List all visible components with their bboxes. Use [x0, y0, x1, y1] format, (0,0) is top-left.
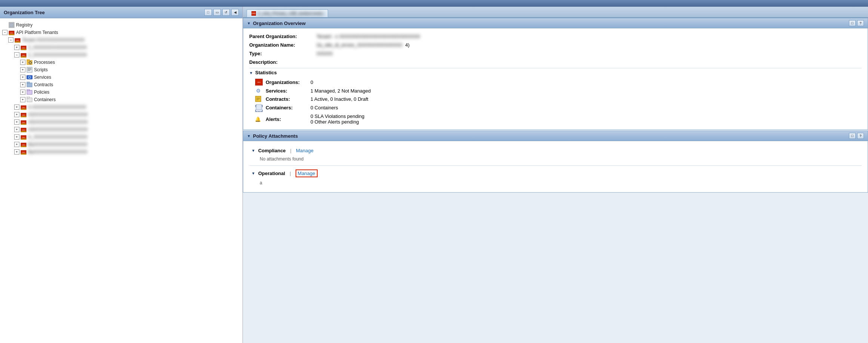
- overview-minimize-btn[interactable]: □: [849, 20, 856, 26]
- right-tab-bar: ORG 2_viria_Primary_nSB_testtest.testro: [243, 7, 868, 18]
- tree-item-containers[interactable]: + Containers: [20, 96, 240, 103]
- expand-ba1[interactable]: +: [14, 142, 19, 147]
- tree-item-a2[interactable]: + ORG A_XXXXXXXXXXXXXXXXXX: [14, 133, 240, 141]
- compliance-empty-msg: No attachments found: [249, 155, 862, 163]
- overview-table: Parent Organization: Tenant - s XXXXXXXX…: [249, 32, 862, 66]
- expand-services[interactable]: +: [20, 75, 25, 80]
- operational-separator: |: [290, 171, 291, 176]
- tree-label-2a: 2_XXXXXXXXXXXXXXXXXX: [28, 45, 87, 50]
- org-overview-header: ▼ Organization Overview □ ?: [243, 18, 868, 28]
- expand-as2[interactable]: +: [14, 119, 19, 125]
- tree-item-ba1[interactable]: + ORG BaXXXXXXXXXXXXXXXXXX: [14, 141, 240, 148]
- tree-item-services[interactable]: + Services: [20, 74, 240, 81]
- expand-ba2[interactable]: +: [14, 149, 19, 155]
- minimize-button[interactable]: □: [204, 9, 212, 16]
- policy-minimize-btn[interactable]: □: [849, 133, 856, 139]
- tree-label-ba2: BaXXXXXXXXXXXXXXXXXX: [28, 149, 87, 155]
- org-icon-as2: ORG: [21, 119, 27, 125]
- top-bar: [0, 0, 868, 7]
- stats-orgs-label: Organizations:: [266, 79, 300, 85]
- maximize-button[interactable]: ▭: [213, 9, 221, 16]
- expand-a2[interactable]: +: [14, 134, 19, 140]
- tree-item-ba2[interactable]: + ORG BaXXXXXXXXXXXXXXXXXX: [14, 148, 240, 156]
- compliance-title: Compliance: [258, 148, 286, 153]
- stats-icon-contracts-cell: [249, 95, 264, 103]
- svg-text:ORG: ORG: [22, 152, 25, 153]
- compliance-separator: |: [290, 148, 291, 153]
- policy-header-left: ▼ Policy Attachments: [247, 133, 298, 139]
- tree-label-as3: ASXXXXXXXXXXXXXXXXXX: [28, 127, 88, 132]
- tree-item-policies[interactable]: + Policies: [20, 88, 240, 96]
- tree-item-a1[interactable]: + ORG A-XXXXXXXXXXXXXXXXXX: [14, 103, 240, 111]
- svg-rect-1: [10, 23, 13, 27]
- stats-row-containers: Containers: 0 Containers: [249, 103, 862, 112]
- stats-label-contracts: Contracts:: [264, 95, 309, 103]
- policy-help-btn[interactable]: ?: [857, 133, 864, 139]
- overview-row-parent: Parent Organization: Tenant - s XXXXXXXX…: [249, 32, 862, 41]
- stats-services-label: Services:: [266, 88, 287, 94]
- stats-value-containers: 0 Containers: [309, 103, 862, 112]
- section-toggle-overview[interactable]: ▼: [247, 21, 251, 25]
- tree-item-processes[interactable]: + Processes: [20, 59, 240, 66]
- compliance-header: ▼ Compliance | Manage: [249, 146, 862, 155]
- stats-toggle[interactable]: ▼: [249, 71, 253, 75]
- operational-toggle[interactable]: ▼: [251, 171, 255, 175]
- type-label: Type:: [249, 49, 316, 58]
- svg-rect-29: [27, 82, 30, 83]
- org-name-label: Organization Name:: [249, 41, 316, 49]
- tree-label-contracts: Contracts: [34, 82, 53, 87]
- tree-item-as2[interactable]: + ORG ASXXXXXXXXXXXXXXXXXX: [14, 118, 240, 126]
- tree-item-as3[interactable]: + ORG ASXXXXXXXXXXXXXXXXXX: [14, 126, 240, 133]
- operational-title: Operational: [258, 171, 285, 176]
- policy-attachments-header: ▼ Policy Attachments □ ?: [243, 131, 868, 141]
- expand-a1[interactable]: +: [14, 105, 19, 110]
- stats-label-orgs: Organizations:: [264, 78, 309, 87]
- expand-2a[interactable]: +: [14, 45, 19, 50]
- compliance-toggle[interactable]: ▼: [251, 149, 255, 153]
- expand-api-platform[interactable]: −: [2, 30, 7, 35]
- policy-toggle[interactable]: ▼: [247, 134, 251, 138]
- org-overview-title: Organization Overview: [253, 21, 306, 26]
- svg-rect-32: [27, 98, 32, 102]
- stats-containers-label: Containers:: [266, 105, 293, 110]
- tree-item-contracts[interactable]: + Contracts: [20, 81, 240, 88]
- operational-partial-msg: a: [249, 179, 862, 187]
- org-name-suffix: 4): [405, 42, 410, 48]
- type-value: XXXXX: [316, 49, 862, 58]
- expand-containers[interactable]: +: [20, 97, 25, 102]
- expand-scripts[interactable]: +: [20, 67, 25, 72]
- expand-tenant[interactable]: −: [8, 37, 13, 43]
- expand-as1[interactable]: +: [14, 112, 19, 117]
- compliance-manage-link[interactable]: Manage: [296, 148, 313, 153]
- expand-as3[interactable]: +: [14, 127, 19, 132]
- tree-item-tenant[interactable]: − ORG Tenant XXXXXXXXXXXXXXXX: [8, 36, 240, 44]
- tree-item-registry[interactable]: Registry: [2, 21, 240, 29]
- svg-rect-4: [9, 34, 14, 35]
- tree-item-api-platform[interactable]: − ORG API Platform Tenants: [2, 29, 240, 36]
- stats-alerts-label: Alerts:: [266, 116, 281, 122]
- overview-help-btn[interactable]: ?: [857, 20, 864, 26]
- org-icon-ba1: ORG: [21, 141, 27, 147]
- operational-manage-link[interactable]: Manage: [296, 169, 318, 177]
- tree-item-2a[interactable]: + ORG 2_XXXXXXXXXXXXXXXXXX: [14, 44, 240, 51]
- desc-value: [316, 58, 862, 66]
- expand-2b[interactable]: −: [14, 52, 19, 57]
- section-header-left: ▼ Organization Overview: [247, 21, 306, 26]
- tree-label-api-platform: API Platform Tenants: [16, 30, 58, 35]
- org-icon-a1: ORG: [21, 104, 27, 110]
- statistics-section: ▼ Statistics Organizations:: [249, 68, 862, 126]
- org-tab[interactable]: ORG 2_viria_Primary_nSB_testtest.testro: [247, 9, 328, 17]
- tree-item-as1[interactable]: + ORG ASXXXXXXXXXXXXXXXXXX: [14, 111, 240, 118]
- tree-item-scripts[interactable]: + Scripts: [20, 66, 240, 74]
- refresh-button[interactable]: ↺: [222, 9, 230, 16]
- expand-contracts[interactable]: +: [20, 82, 25, 87]
- collapse-button[interactable]: ◀: [231, 9, 239, 16]
- tree-item-2b[interactable]: − ORG 2_XXXXXXXXXXXXXXXXXX: [14, 51, 240, 59]
- svg-rect-33: [27, 97, 30, 98]
- right-content: ▼ Organization Overview □ ? Parent Organ…: [243, 18, 868, 343]
- svg-text:ORG: ORG: [22, 107, 25, 109]
- svg-text:ORG: ORG: [16, 40, 19, 41]
- expand-processes[interactable]: +: [20, 60, 25, 65]
- services-icon: [27, 74, 33, 80]
- expand-policies[interactable]: +: [20, 90, 25, 95]
